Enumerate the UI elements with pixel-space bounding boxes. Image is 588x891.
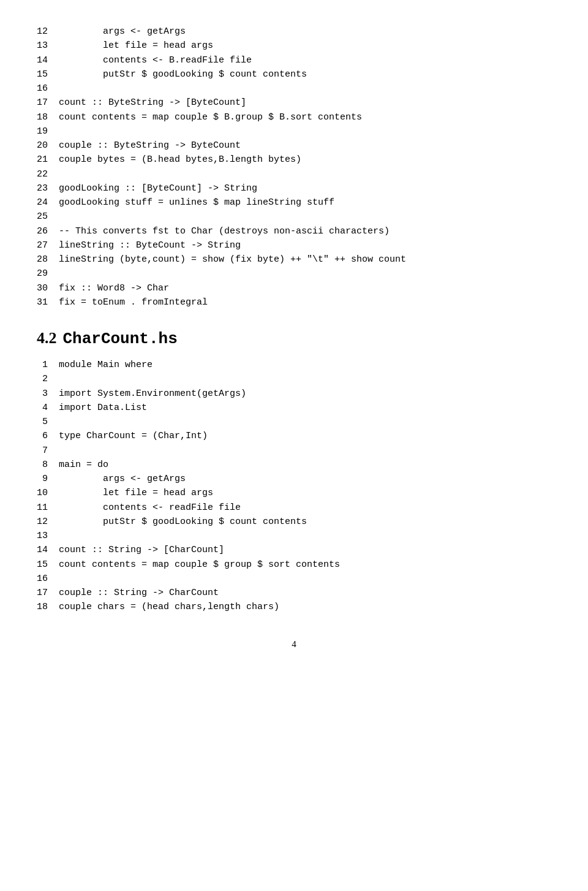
line-number: 15 bbox=[37, 558, 59, 572]
line-number: 14 bbox=[37, 53, 59, 67]
code-line: 31fix = toEnum . fromIntegral bbox=[37, 295, 551, 309]
line-content: count :: String -> [CharCount] bbox=[59, 543, 224, 557]
line-number: 16 bbox=[37, 572, 59, 586]
code-line: 7 bbox=[37, 444, 551, 458]
code-line: 19 bbox=[37, 124, 551, 138]
line-content: lineString :: ByteCount -> String bbox=[59, 238, 241, 252]
line-content: putStr $ goodLooking $ count contents bbox=[59, 67, 307, 82]
line-number: 24 bbox=[37, 195, 59, 210]
line-number: 17 bbox=[37, 96, 59, 110]
line-number: 18 bbox=[37, 600, 59, 614]
page-number: 4 bbox=[292, 639, 296, 649]
line-number: 17 bbox=[37, 586, 59, 600]
line-number: 31 bbox=[37, 295, 59, 309]
line-number: 5 bbox=[37, 415, 59, 429]
line-number: 2 bbox=[37, 372, 59, 386]
line-content: import Data.List bbox=[59, 401, 147, 415]
page-footer: 4 bbox=[37, 639, 551, 650]
code-line: 12 args <- getArgs bbox=[37, 25, 551, 39]
line-content: putStr $ goodLooking $ count contents bbox=[59, 515, 307, 529]
code-line: 11 contents <- readFile file bbox=[37, 501, 551, 515]
code-line: 10 let file = head args bbox=[37, 486, 551, 500]
line-number: 4 bbox=[37, 401, 59, 415]
line-number: 16 bbox=[37, 82, 59, 96]
section-2-heading: 4.2 CharCount.hs bbox=[37, 329, 551, 348]
line-number: 30 bbox=[37, 281, 59, 295]
code-line: 22 bbox=[37, 167, 551, 181]
code-line: 29 bbox=[37, 267, 551, 281]
line-number: 18 bbox=[37, 110, 59, 124]
code-line: 9 args <- getArgs bbox=[37, 472, 551, 486]
code-line: 8main = do bbox=[37, 458, 551, 472]
code-section-1: 12 args <- getArgs13 let file = head arg… bbox=[37, 25, 551, 309]
line-number: 22 bbox=[37, 167, 59, 181]
line-content: lineString (byte,count) = show (fix byte… bbox=[59, 252, 406, 267]
line-content: goodLooking stuff = unlines $ map lineSt… bbox=[59, 195, 334, 210]
line-content: fix = toEnum . fromIntegral bbox=[59, 295, 208, 309]
line-number: 10 bbox=[37, 486, 59, 500]
line-number: 12 bbox=[37, 25, 59, 39]
code-line: 2 bbox=[37, 372, 551, 386]
code-line: 30fix :: Word8 -> Char bbox=[37, 281, 551, 295]
line-content: couple :: ByteString -> ByteCount bbox=[59, 138, 241, 153]
code-line: 17count :: ByteString -> [ByteCount] bbox=[37, 96, 551, 110]
code-line: 24goodLooking stuff = unlines $ map line… bbox=[37, 195, 551, 210]
line-number: 1 bbox=[37, 358, 59, 372]
code-line: 16 bbox=[37, 572, 551, 586]
line-number: 13 bbox=[37, 529, 59, 543]
line-content: let file = head args bbox=[59, 486, 213, 500]
code-line: 5 bbox=[37, 415, 551, 429]
code-line: 13 bbox=[37, 529, 551, 543]
line-number: 19 bbox=[37, 124, 59, 138]
line-number: 25 bbox=[37, 210, 59, 224]
line-number: 14 bbox=[37, 543, 59, 557]
line-content: count :: ByteString -> [ByteCount] bbox=[59, 96, 246, 110]
code-line: 18count contents = map couple $ B.group … bbox=[37, 110, 551, 124]
line-content: count contents = map couple $ group $ so… bbox=[59, 558, 340, 572]
code-line: 14count :: String -> [CharCount] bbox=[37, 543, 551, 557]
code-line: 23goodLooking :: [ByteCount] -> String bbox=[37, 181, 551, 195]
line-content: goodLooking :: [ByteCount] -> String bbox=[59, 181, 257, 195]
code-line: 13 let file = head args bbox=[37, 39, 551, 53]
line-content: let file = head args bbox=[59, 39, 213, 53]
line-content: count contents = map couple $ B.group $ … bbox=[59, 110, 362, 124]
line-number: 3 bbox=[37, 387, 59, 401]
line-content: main = do bbox=[59, 458, 108, 472]
line-number: 8 bbox=[37, 458, 59, 472]
line-number: 7 bbox=[37, 444, 59, 458]
code-line: 25 bbox=[37, 210, 551, 224]
code-line: 14 contents <- B.readFile file bbox=[37, 53, 551, 67]
code-line: 18couple chars = (head chars,length char… bbox=[37, 600, 551, 614]
code-line: 3import System.Environment(getArgs) bbox=[37, 387, 551, 401]
line-content: type CharCount = (Char,Int) bbox=[59, 429, 208, 443]
line-content: import System.Environment(getArgs) bbox=[59, 387, 246, 401]
line-number: 9 bbox=[37, 472, 59, 486]
code-line: 17couple :: String -> CharCount bbox=[37, 586, 551, 600]
line-number: 29 bbox=[37, 267, 59, 281]
line-content: fix :: Word8 -> Char bbox=[59, 281, 169, 295]
line-number: 6 bbox=[37, 429, 59, 443]
code-line: 15 putStr $ goodLooking $ count contents bbox=[37, 67, 551, 82]
line-number: 15 bbox=[37, 67, 59, 82]
line-number: 26 bbox=[37, 224, 59, 238]
code-line: 6type CharCount = (Char,Int) bbox=[37, 429, 551, 443]
line-content: couple :: String -> CharCount bbox=[59, 586, 219, 600]
line-content: contents <- B.readFile file bbox=[59, 53, 252, 67]
line-number: 23 bbox=[37, 181, 59, 195]
line-content: contents <- readFile file bbox=[59, 501, 241, 515]
code-line: 28lineString (byte,count) = show (fix by… bbox=[37, 252, 551, 267]
code-line: 27lineString :: ByteCount -> String bbox=[37, 238, 551, 252]
line-content: args <- getArgs bbox=[59, 472, 186, 486]
line-number: 28 bbox=[37, 252, 59, 267]
code-line: 4import Data.List bbox=[37, 401, 551, 415]
code-line: 16 bbox=[37, 82, 551, 96]
line-content: args <- getArgs bbox=[59, 25, 186, 39]
line-content: couple chars = (head chars,length chars) bbox=[59, 600, 279, 614]
code-line: 15count contents = map couple $ group $ … bbox=[37, 558, 551, 572]
line-number: 13 bbox=[37, 39, 59, 53]
code-line: 20couple :: ByteString -> ByteCount bbox=[37, 138, 551, 153]
line-number: 27 bbox=[37, 238, 59, 252]
code-line: 26-- This converts fst to Char (destroys… bbox=[37, 224, 551, 238]
line-number: 11 bbox=[37, 501, 59, 515]
line-number: 21 bbox=[37, 153, 59, 167]
